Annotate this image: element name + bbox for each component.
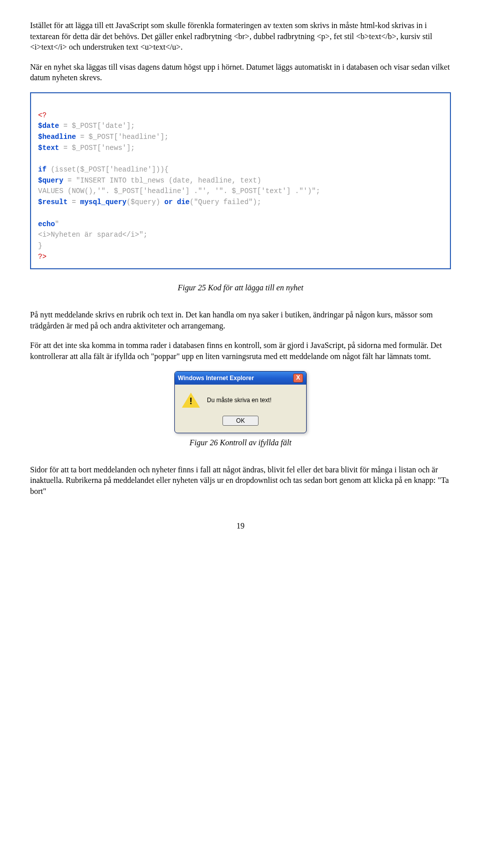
code-var: $query [38, 177, 63, 185]
code-figure-25: <? $date = $_POST['date']; $headline = $… [30, 92, 451, 269]
dialog-titlebar: Windows Internet Explorer X [175, 372, 306, 385]
code-var: $date [38, 122, 59, 130]
ok-button[interactable]: OK [222, 416, 258, 426]
code-text: (isset( [51, 165, 80, 173]
figure-caption-26: Figur 26 Kontroll av ifyllda fält [30, 438, 451, 447]
code-text: = $_POST['news']; [59, 144, 135, 152]
code-text: = [68, 198, 80, 206]
dialog-wrapper: Windows Internet Explorer X Du måste skr… [30, 371, 451, 433]
code-var: $text [38, 144, 59, 152]
paragraph-1: Istället för att lägga till ett JavaScri… [30, 20, 451, 53]
code-text: VALUES (NOW(),'". $_POST['headline'] ."'… [38, 187, 320, 195]
warning-icon [182, 393, 200, 408]
figure-caption-25: Figur 25 Kod för att lägga till en nyhet [30, 283, 451, 292]
dialog-message: Du måste skriva en text! [207, 397, 272, 404]
code-text: = $_POST['headline']; [76, 133, 169, 141]
code-text: <i>Nyheten är sparad</i>"; [38, 231, 147, 239]
paragraph-3: På nytt meddelande skrivs en rubrik och … [30, 309, 451, 331]
code-text: )){ [156, 165, 168, 173]
code-text: " [55, 220, 59, 228]
code-var: $result [38, 198, 68, 206]
paragraph-4: För att det inte ska komma in tomma rade… [30, 340, 451, 362]
code-func: mysql_query [80, 198, 126, 206]
page-number: 19 [30, 522, 451, 531]
code-text: ("Query failed"); [190, 198, 262, 206]
code-text: ($query) [126, 198, 164, 206]
code-text: = "INSERT INTO tbl_news (date, headline,… [63, 177, 261, 185]
paragraph-2: När en nyhet ska läggas till visas dagen… [30, 62, 451, 83]
php-open-tag: <? [38, 111, 47, 119]
code-keyword: echo [38, 220, 55, 228]
paragraph-5: Sidor för att ta bort meddelanden och ny… [30, 464, 451, 497]
code-text: = $_POST['date']; [59, 122, 135, 130]
dialog-title: Windows Internet Explorer [178, 375, 254, 382]
close-button[interactable]: X [293, 374, 303, 383]
code-text: } [38, 242, 42, 250]
code-keyword: if [38, 165, 51, 173]
dialog-footer: OK [175, 413, 306, 433]
code-keyword: or die [164, 198, 189, 206]
code-var: $headline [38, 133, 76, 141]
dialog-body: Du måste skriva en text! [175, 385, 306, 413]
code-text: $_POST['headline'] [80, 165, 156, 173]
php-close-tag: ?> [38, 253, 47, 261]
alert-dialog: Windows Internet Explorer X Du måste skr… [174, 371, 307, 433]
